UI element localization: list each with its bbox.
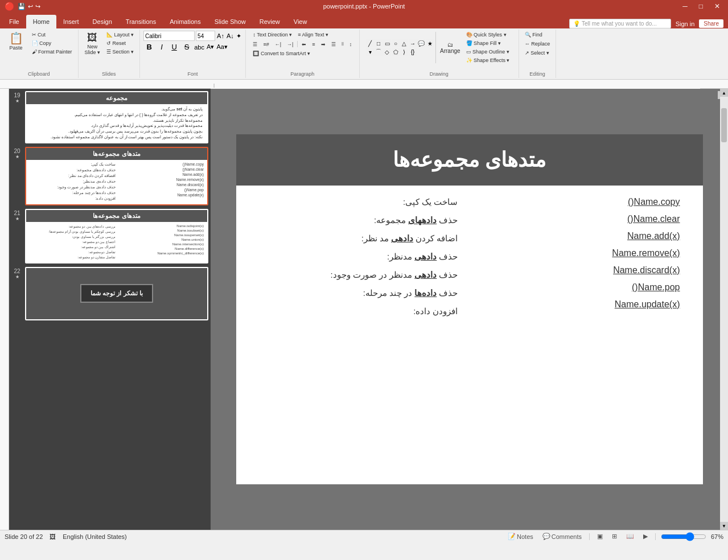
quick-styles-button[interactable]: 🎨 Quick Styles ▾ bbox=[464, 31, 512, 39]
shape-outline-button[interactable]: ▭ Shape Outline ▾ bbox=[464, 48, 512, 56]
shape-callout[interactable]: 💬 bbox=[417, 39, 425, 47]
method-1[interactable]: Name.clear() bbox=[481, 214, 680, 224]
increase-font-btn[interactable]: A↑ bbox=[216, 32, 225, 40]
shape-diamond[interactable]: ◇ bbox=[383, 48, 391, 56]
font-name-input[interactable] bbox=[143, 31, 195, 41]
justify-button[interactable]: ☰ bbox=[329, 40, 338, 48]
method-6[interactable]: Name.update(x) bbox=[481, 299, 680, 310]
shape-line[interactable]: ╱ bbox=[366, 39, 374, 47]
font-size-input[interactable] bbox=[196, 31, 215, 41]
method-0[interactable]: Name.copy() bbox=[481, 197, 680, 207]
new-slide-button[interactable]: 🖼 NewSlide ▾ bbox=[82, 31, 104, 57]
find-button[interactable]: 🔍 Find bbox=[523, 31, 545, 39]
shape-ellipse[interactable]: ○ bbox=[392, 39, 400, 47]
slide-thumb-21[interactable]: 21 ★ متدهای مجموعه‌ها Name.isdisjoint(x)… bbox=[11, 209, 208, 263]
scroll-top-btn[interactable]: ▲ bbox=[720, 89, 728, 97]
tab-home[interactable]: Home bbox=[26, 15, 56, 28]
slide-thumb-19[interactable]: 19 ★ مجموعه پایتون به آن set می‌گوید. در… bbox=[11, 91, 208, 143]
paste-button[interactable]: 📋 Paste bbox=[3, 31, 28, 52]
section-button[interactable]: ☰ Section ▾ bbox=[104, 48, 136, 56]
method-3[interactable]: Name.remove(x) bbox=[481, 248, 680, 258]
sign-in-btn[interactable]: Sign in bbox=[676, 20, 695, 27]
bold-button[interactable]: B bbox=[143, 42, 155, 52]
tab-insert[interactable]: Insert bbox=[56, 15, 86, 28]
align-right-button[interactable]: ➡ bbox=[319, 40, 328, 48]
italic-button[interactable]: I bbox=[156, 42, 167, 52]
slides-panel: 19 ★ مجموعه پایتون به آن set می‌گوید. در… bbox=[9, 89, 211, 530]
slide-thumb-20[interactable]: 20 ★ متدهای مجموعه‌ها Name.copy() Name.c… bbox=[11, 147, 208, 205]
shape-triangle[interactable]: △ bbox=[400, 39, 408, 47]
bullets-button[interactable]: ☰ bbox=[250, 40, 260, 48]
scroll-bottom-btn[interactable]: ▼ bbox=[720, 522, 728, 530]
align-text-button[interactable]: ≡ Align Text ▾ bbox=[295, 31, 331, 39]
tab-design[interactable]: Design bbox=[86, 15, 119, 28]
shape-effects-button[interactable]: ✨ Shape Effects ▾ bbox=[464, 56, 512, 64]
font-color-btn[interactable]: A▾ bbox=[206, 43, 215, 51]
shape-pentagon[interactable]: ⬠ bbox=[392, 48, 400, 56]
method-2[interactable]: Name.add(x) bbox=[481, 231, 680, 241]
shape-bracket[interactable]: {} bbox=[409, 48, 417, 56]
shape-chevron[interactable]: ⟩ bbox=[400, 48, 408, 56]
tab-animations[interactable]: Animations bbox=[163, 15, 207, 28]
undo-btn[interactable]: ↩ bbox=[28, 3, 33, 10]
tab-slideshow[interactable]: Slide Show bbox=[208, 15, 253, 28]
cols-button[interactable]: ⫴ bbox=[339, 40, 346, 48]
slide-image-21[interactable]: متدهای مجموعه‌ها Name.isdisjoint(x) Name… bbox=[25, 209, 208, 263]
slide-content[interactable]: Name.copy() Name.clear() Name.add(x) Nam… bbox=[236, 186, 703, 328]
tab-file[interactable]: File bbox=[2, 15, 26, 28]
slide-image-22[interactable]: با تشکر از توجه شما bbox=[25, 267, 208, 320]
slide-image-19[interactable]: مجموعه پایتون به آن set می‌گوید. در تعری… bbox=[25, 91, 208, 143]
text-direction-button[interactable]: ↕ Text Direction ▾ bbox=[250, 31, 294, 39]
normal-view-btn[interactable]: ▣ bbox=[595, 533, 605, 540]
convert-smartart-button[interactable]: 🔲 Convert to SmartArt ▾ bbox=[250, 50, 312, 57]
search-bar[interactable]: 💡 Tell me what you want to do... bbox=[569, 19, 671, 28]
shape-rect[interactable]: □ bbox=[375, 39, 382, 47]
shape-arrow[interactable]: → bbox=[409, 39, 417, 47]
close-btn[interactable]: ✕ bbox=[711, 2, 723, 10]
clear-format-btn[interactable]: ✦ bbox=[236, 32, 242, 40]
select-button[interactable]: ↗ Select ▾ bbox=[523, 49, 552, 57]
underline-button[interactable]: U bbox=[168, 42, 180, 52]
increase-indent-button[interactable]: →| bbox=[285, 40, 295, 48]
shadow-button[interactable]: abc bbox=[194, 43, 205, 51]
cut-button[interactable]: ✂ Cut bbox=[30, 31, 75, 39]
layout-button[interactable]: 📐 Layout ▾ bbox=[104, 31, 136, 39]
format-painter-button[interactable]: 🖌 Format Painter bbox=[30, 48, 75, 56]
comments-button[interactable]: 💬 Comments bbox=[540, 533, 584, 540]
redo-btn[interactable]: ↪ bbox=[35, 3, 40, 10]
slide-thumb-22[interactable]: 22 ★ با تشکر از توجه شما bbox=[11, 267, 208, 320]
numbering-button[interactable]: ≡# bbox=[261, 40, 271, 48]
replace-button[interactable]: ↔ Replace bbox=[523, 40, 553, 48]
tab-review[interactable]: Review bbox=[253, 15, 287, 28]
minimize-btn[interactable]: ─ bbox=[679, 2, 691, 10]
maximize-btn[interactable]: □ bbox=[696, 2, 706, 10]
zoom-slider[interactable] bbox=[661, 532, 706, 541]
arrange-button[interactable]: 🗂 Arrange bbox=[437, 40, 463, 56]
strikethrough-button[interactable]: S bbox=[181, 42, 192, 52]
shape-more[interactable]: ▾ bbox=[366, 48, 374, 56]
reading-view-btn[interactable]: 📖 bbox=[624, 533, 636, 540]
char-spacing-btn[interactable]: Aa▾ bbox=[216, 43, 228, 51]
slidesorter-btn[interactable]: ⊞ bbox=[610, 533, 619, 540]
slide-image-20[interactable]: متدهای مجموعه‌ها Name.copy() Name.clear(… bbox=[25, 147, 208, 205]
save-btn[interactable]: 💾 bbox=[18, 3, 26, 10]
decrease-indent-button[interactable]: ←| bbox=[273, 40, 283, 48]
line-spacing-button[interactable]: ↕ bbox=[347, 40, 355, 48]
tab-transitions[interactable]: Transitions bbox=[119, 15, 163, 28]
slideshow-btn[interactable]: ▶ bbox=[641, 533, 650, 540]
align-center-button[interactable]: ≡ bbox=[310, 40, 317, 48]
share-btn[interactable]: Share bbox=[699, 19, 723, 28]
reset-button[interactable]: ↺ Reset bbox=[104, 39, 136, 47]
copy-button[interactable]: 📄 Copy bbox=[30, 39, 75, 47]
notes-button[interactable]: 📝 Notes bbox=[505, 533, 536, 540]
decrease-font-btn[interactable]: A↓ bbox=[226, 32, 235, 40]
shape-rounded-rect[interactable]: ▭ bbox=[383, 39, 391, 47]
tab-view[interactable]: View bbox=[287, 15, 314, 28]
shape-fill-button[interactable]: 🪣 Shape Fill ▾ bbox=[464, 39, 512, 47]
shape-curve[interactable]: ⌒ bbox=[375, 48, 382, 56]
method-5[interactable]: Name.pop() bbox=[481, 282, 680, 293]
scrollbar-vertical[interactable]: ▲ ▼ bbox=[720, 89, 728, 530]
method-4[interactable]: Name.discard(x) bbox=[481, 265, 680, 275]
shape-star[interactable]: ★ bbox=[426, 39, 434, 47]
align-left-button[interactable]: ⬅ bbox=[299, 40, 309, 48]
